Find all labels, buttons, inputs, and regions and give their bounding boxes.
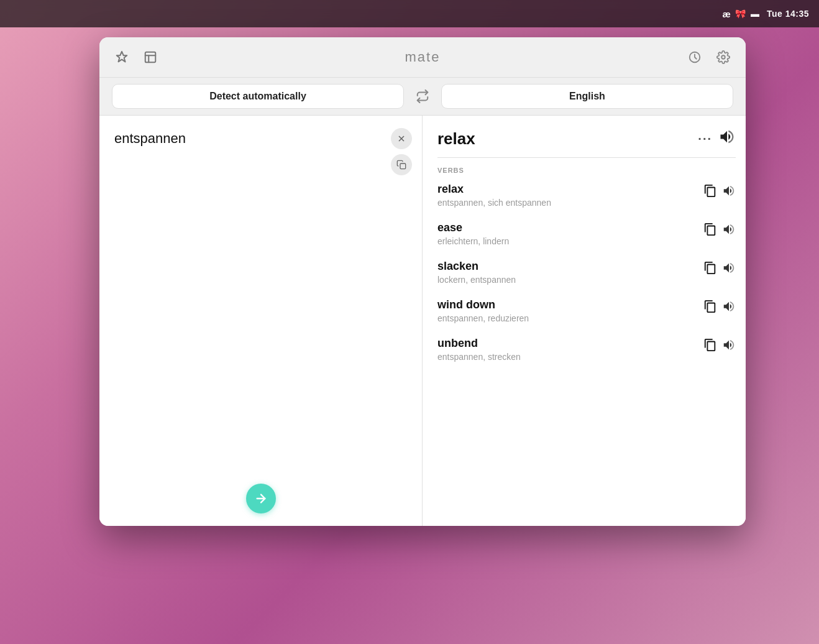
copy-entry-button[interactable] bbox=[703, 184, 717, 201]
entry-content: relax entspannen, sich entspannen bbox=[437, 183, 551, 208]
entry-word: slacken bbox=[437, 260, 516, 273]
copy-input-button[interactable] bbox=[391, 154, 412, 175]
entry-word: unbend bbox=[437, 337, 521, 350]
translation-entry: slacken lockern, entspannen bbox=[437, 260, 736, 287]
right-panel[interactable]: relax ··· VERBS relax entspan bbox=[423, 116, 746, 526]
entry-icons bbox=[703, 338, 736, 355]
app-window: mate Detect automatically bbox=[99, 37, 746, 526]
entries-container: relax entspannen, sich entspannen bbox=[437, 183, 736, 364]
entry-synonyms: entspannen, reduzieren bbox=[437, 313, 529, 323]
ae-icon: æ bbox=[723, 9, 730, 19]
translation-entry: relax entspannen, sich entspannen bbox=[437, 183, 736, 210]
entry-content: wind down entspannen, reduzieren bbox=[437, 298, 529, 323]
entry-content: unbend entspannen, strecken bbox=[437, 337, 521, 362]
title-bar-right bbox=[685, 47, 733, 67]
pos-label: VERBS bbox=[437, 167, 736, 174]
swap-languages-button[interactable] bbox=[411, 85, 434, 108]
entry-icons bbox=[703, 223, 736, 239]
entry-row: wind down entspannen, reduzieren bbox=[437, 298, 736, 323]
entry-row: ease erleichtern, lindern bbox=[437, 221, 736, 246]
svg-rect-0 bbox=[145, 52, 156, 63]
speak-entry-button[interactable] bbox=[722, 338, 736, 355]
translation-entry: unbend entspannen, strecken bbox=[437, 337, 736, 364]
menu-bar-icons: æ 🎀 ▬ bbox=[723, 9, 759, 19]
entry-word: ease bbox=[437, 221, 509, 234]
language-bar: Detect automatically English bbox=[99, 78, 746, 116]
translation-header-icons: ··· bbox=[698, 128, 736, 150]
entry-word: wind down bbox=[437, 298, 529, 311]
translation-entry: ease erleichtern, lindern bbox=[437, 221, 736, 249]
entry-synonyms: erleichtern, lindern bbox=[437, 236, 509, 246]
speak-entry-button[interactable] bbox=[722, 223, 736, 239]
title-bar: mate bbox=[99, 37, 746, 78]
entry-content: ease erleichtern, lindern bbox=[437, 221, 509, 246]
svg-point-4 bbox=[721, 55, 725, 59]
entry-icons bbox=[703, 184, 736, 201]
entry-row: slacken lockern, entspannen bbox=[437, 260, 736, 285]
entry-synonyms: entspannen, sich entspannen bbox=[437, 198, 551, 208]
entry-synonyms: lockern, entspannen bbox=[437, 275, 516, 285]
entry-content: slacken lockern, entspannen bbox=[437, 260, 516, 285]
translate-button[interactable] bbox=[246, 484, 276, 513]
entry-icons bbox=[703, 300, 736, 316]
speak-entry-button[interactable] bbox=[722, 300, 736, 316]
main-content: entspannen bbox=[99, 116, 746, 526]
copy-entry-button[interactable] bbox=[703, 338, 717, 355]
left-panel: entspannen bbox=[99, 116, 423, 526]
main-translation-word: relax bbox=[437, 129, 475, 149]
input-text[interactable]: entspannen bbox=[114, 131, 410, 513]
translation-header: relax ··· bbox=[437, 128, 736, 150]
entry-icons bbox=[703, 261, 736, 278]
menubar-time: Tue 14:35 bbox=[767, 9, 809, 19]
clear-button[interactable] bbox=[391, 128, 412, 149]
copy-entry-button[interactable] bbox=[703, 261, 717, 278]
target-language-button[interactable]: English bbox=[441, 84, 733, 109]
translation-entry: wind down entspannen, reduzieren bbox=[437, 298, 736, 326]
source-language-button[interactable]: Detect automatically bbox=[112, 84, 404, 109]
svg-rect-7 bbox=[400, 163, 406, 169]
bowtie-icon: 🎀 bbox=[735, 9, 746, 19]
speak-entry-button[interactable] bbox=[722, 261, 736, 278]
entry-row: relax entspannen, sich entspannen bbox=[437, 183, 736, 208]
app-title: mate bbox=[405, 49, 441, 65]
title-bar-left bbox=[112, 47, 160, 67]
menu-bar: æ 🎀 ▬ Tue 14:35 bbox=[0, 0, 819, 27]
input-actions bbox=[391, 128, 412, 175]
menu-extra-icon: ▬ bbox=[751, 9, 759, 19]
entry-row: unbend entspannen, strecken bbox=[437, 337, 736, 362]
history-button[interactable] bbox=[685, 47, 705, 67]
speak-entry-button[interactable] bbox=[722, 184, 736, 201]
dictionary-button[interactable] bbox=[140, 47, 160, 67]
divider bbox=[437, 157, 736, 158]
settings-button[interactable] bbox=[713, 47, 733, 67]
entry-synonyms: entspannen, strecken bbox=[437, 352, 521, 362]
pin-button[interactable] bbox=[112, 47, 132, 67]
entry-word: relax bbox=[437, 183, 551, 196]
copy-entry-button[interactable] bbox=[703, 300, 717, 316]
copy-entry-button[interactable] bbox=[703, 223, 717, 239]
more-options-button[interactable]: ··· bbox=[698, 132, 712, 146]
speak-main-button[interactable] bbox=[718, 128, 736, 150]
